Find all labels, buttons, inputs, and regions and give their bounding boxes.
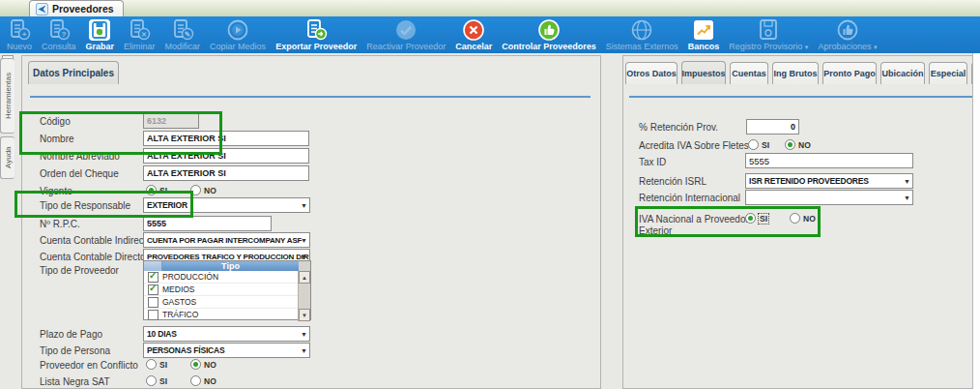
tab-pronto-pago[interactable]: Pronto Pago — [822, 62, 877, 84]
vigente-no-radio[interactable]: NO — [190, 185, 216, 195]
combo-arrow-icon[interactable]: ▼ — [904, 194, 910, 201]
rpc-field[interactable]: 5555 — [143, 216, 272, 231]
checkbox-icon[interactable] — [148, 297, 159, 308]
toolbar-controlar-proveedores-button[interactable]: Controlar Proveedores — [497, 16, 601, 53]
svg-text:+: + — [22, 30, 27, 39]
nombre-field[interactable]: ALTA EXTERIOR SI — [143, 131, 309, 146]
radio-icon[interactable] — [748, 139, 759, 150]
retencion-isrl-select[interactable]: ISR RETENIDO PROVEEDORES▼ — [745, 173, 913, 189]
lista-negra-si-radio[interactable]: SI — [146, 375, 167, 386]
checkbox-checked-icon[interactable] — [148, 284, 159, 295]
tab-datos-principales[interactable]: Datos Principales — [28, 61, 119, 84]
window-title-tab[interactable]: Proveedores — [29, 0, 124, 16]
side-tab-herramientas[interactable]: Herramientas — [0, 58, 14, 134]
tab-especial[interactable]: Especial — [929, 62, 967, 84]
dropdown-caret-icon: ▾ — [874, 44, 878, 50]
app-icon — [36, 3, 48, 15]
toolbar-label: Consulta — [42, 42, 76, 51]
svg-text:✕: ✕ — [141, 31, 147, 38]
radio-icon[interactable] — [190, 375, 201, 386]
floppy-outline-icon — [757, 18, 780, 42]
grid-header: Tipo — [144, 261, 310, 271]
acredita-iva-si-radio[interactable]: SI — [748, 139, 769, 150]
window-title-bar: Proveedores — [0, 0, 980, 17]
radio-icon[interactable] — [190, 185, 201, 195]
side-tab-ayuda[interactable]: Ayuda — [0, 136, 14, 179]
toolbar-reactivar-proveedor-button[interactable]: Reactivar Proveedor — [361, 16, 450, 53]
datos-principales-panel: Datos Principales Código 6132 Nombre ALT… — [21, 55, 601, 389]
toolbar-modificar-button[interactable]: ✎ Modificar — [160, 16, 206, 53]
right-edge-strip — [972, 53, 980, 389]
toolbar-grabar-button[interactable]: Grabar — [81, 16, 120, 53]
plazo-pago-select[interactable]: 10 DIAS▼ — [143, 326, 310, 342]
toolbar-eliminar-button[interactable]: ✕ Eliminar — [119, 16, 160, 53]
toolbar-label: Cancelar — [455, 42, 492, 51]
plazo-pago-label: Plazo de Pago — [40, 329, 102, 340]
retencion-prov-field[interactable]: 0 — [746, 119, 799, 135]
thumbs-up-icon — [537, 18, 561, 42]
radio-selected-icon[interactable] — [745, 213, 756, 224]
checkbox-checked-icon[interactable] — [148, 272, 159, 283]
tab-ubicacion[interactable]: Ubicación — [880, 62, 925, 84]
combo-arrow-icon[interactable]: ▼ — [904, 178, 910, 185]
nombre-abreviado-label: Nombre Abreviado — [40, 151, 120, 162]
scroll-down-icon[interactable]: ▼ — [299, 309, 310, 321]
toolbar-bancos-button[interactable]: Bancos — [683, 16, 725, 53]
combo-arrow-icon[interactable]: ▼ — [301, 347, 307, 354]
tab-ing-brutos[interactable]: Ing Brutos — [772, 62, 819, 84]
toolbar-label: Eliminar — [124, 42, 156, 51]
toolbar-registro-provisorio-button[interactable]: Registro Provisorio ▾ — [724, 16, 813, 53]
retencion-internacional-select[interactable]: ▼ — [745, 190, 913, 205]
tipo-proveedor-row-gastos[interactable]: GASTOS — [144, 296, 298, 309]
cuenta-indirecto-label: Cuenta Contable Indirecto — [40, 235, 152, 246]
vigente-si-radio[interactable]: SI — [146, 185, 167, 195]
orden-cheque-field[interactable]: ALTA EXTERIOR SI — [143, 165, 309, 181]
cuenta-indirecto-select[interactable]: CUENTA POR PAGAR INTERCOMPANY ASF▼ — [143, 232, 310, 248]
cancel-icon — [462, 18, 485, 42]
radio-selected-icon[interactable] — [785, 139, 795, 150]
radio-icon[interactable] — [146, 375, 157, 386]
toolbar-consulta-button[interactable]: ? Consulta — [37, 16, 81, 53]
radio-icon[interactable] — [790, 213, 800, 224]
toolbar-label: Modificar — [165, 42, 201, 51]
toolbar-exportar-proveedor-button[interactable]: Exportar Proveedor — [271, 16, 361, 53]
tipo-responsable-select[interactable]: EXTERIOR▼ — [143, 197, 310, 213]
toolbar-cancelar-button[interactable]: Cancelar — [450, 16, 497, 53]
tipo-proveedor-grid: Tipo PRODUCCIÓN MEDIOS GASTOS — [143, 260, 311, 320]
combo-arrow-icon[interactable]: ▼ — [301, 237, 307, 244]
toolbar-nuevo-button[interactable]: + Nuevo — [2, 16, 37, 53]
tax-id-field[interactable]: 5555 — [745, 153, 913, 168]
tab-label: Datos Principales — [33, 68, 114, 78]
nombre-label: Nombre — [40, 134, 74, 144]
toolbar-copiar-medios-button[interactable]: Copiar Medios — [205, 16, 271, 53]
grid-scrollbar[interactable]: ▲ ▼ — [298, 271, 310, 321]
conflicto-si-radio[interactable]: SI — [146, 359, 167, 370]
toolbar-sistemas-externos-button[interactable]: Sistemas Externos — [601, 16, 683, 53]
radio-icon[interactable] — [146, 359, 157, 370]
checkbox-icon[interactable] — [148, 310, 159, 320]
nombre-abreviado-field[interactable]: ALTA EXTERIOR SI — [143, 148, 309, 164]
tipo-persona-select[interactable]: PERSONAS FÍSICAS▼ — [143, 343, 310, 358]
radio-selected-icon[interactable] — [190, 359, 201, 370]
conflicto-no-radio[interactable]: NO — [190, 359, 216, 370]
scroll-up-icon[interactable]: ▲ — [299, 271, 310, 284]
combo-arrow-icon[interactable]: ▼ — [301, 254, 307, 260]
radio-selected-icon[interactable] — [146, 185, 157, 195]
tab-impuestos[interactable]: Impuestos — [681, 61, 726, 84]
tab-otros-datos[interactable]: Otros Datos — [625, 62, 677, 84]
toolbar-aprobaciones-button[interactable]: Aprobaciones ▾ — [813, 16, 881, 53]
impuestos-panel: Otros Datos Impuestos Cuentas Ing Brutos… — [622, 55, 980, 389]
rpc-label: Nº R.P.C. — [40, 219, 80, 229]
acredita-iva-no-radio[interactable]: NO — [785, 139, 811, 150]
tipo-proveedor-row-medios[interactable]: MEDIOS — [144, 284, 298, 296]
tipo-proveedor-row-trafico[interactable]: TRÁFICO — [144, 309, 298, 321]
combo-arrow-icon[interactable]: ▼ — [301, 331, 307, 338]
lista-negra-no-radio[interactable]: NO — [190, 375, 216, 386]
tax-id-label: Tax ID — [639, 157, 666, 167]
iva-nacional-si-radio[interactable]: SI — [745, 213, 768, 224]
tipo-proveedor-row-produccion[interactable]: PRODUCCIÓN — [144, 271, 298, 284]
iva-nacional-no-radio[interactable]: NO — [790, 213, 816, 224]
combo-arrow-icon[interactable]: ▼ — [301, 202, 307, 209]
export-document-icon — [304, 18, 328, 42]
tab-cuentas[interactable]: Cuentas — [730, 62, 768, 84]
